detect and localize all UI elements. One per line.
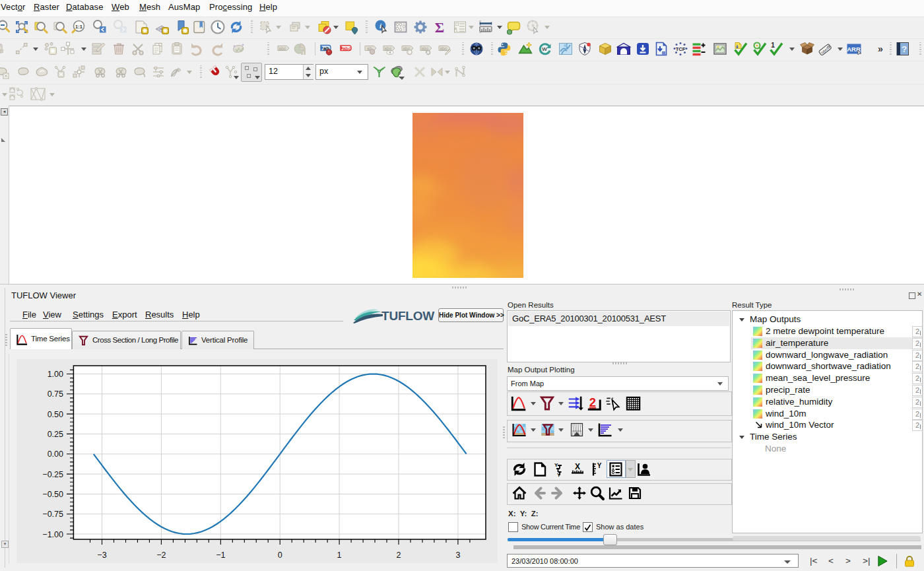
svg-text:0.25: 0.25 bbox=[48, 430, 63, 439]
svg-text:−0.75: −0.75 bbox=[42, 510, 63, 519]
svg-text:−1: −1 bbox=[216, 551, 225, 560]
svg-text:1: 1 bbox=[771, 42, 775, 49]
svg-text:Y: Y bbox=[597, 462, 602, 469]
svg-text:−3: −3 bbox=[97, 551, 106, 560]
svg-text:−0.25: −0.25 bbox=[42, 470, 63, 479]
svg-text:0.00: 0.00 bbox=[48, 450, 63, 459]
svg-text:»: » bbox=[878, 44, 883, 54]
svg-text:Σ: Σ bbox=[435, 19, 444, 35]
svg-text:abc: abc bbox=[440, 46, 447, 51]
svg-text:0.75: 0.75 bbox=[48, 389, 63, 399]
svg-text:TUFLOW: TUFLOW bbox=[381, 309, 434, 323]
svg-text:2: 2 bbox=[397, 551, 401, 560]
svg-text:abc: abc bbox=[343, 46, 350, 51]
svg-text:0: 0 bbox=[278, 551, 282, 560]
svg-text:0.50: 0.50 bbox=[48, 410, 63, 419]
svg-text:−0.50: −0.50 bbox=[42, 490, 63, 499]
svg-text:2: 2 bbox=[589, 395, 596, 409]
svg-text:Y: Y bbox=[557, 472, 561, 477]
svg-text:−1.00: −1.00 bbox=[42, 530, 63, 539]
svg-text:X: X bbox=[575, 462, 580, 471]
svg-text:1: 1 bbox=[337, 551, 342, 560]
svg-text:abc: abc bbox=[421, 46, 429, 51]
svg-text:abc: abc bbox=[279, 46, 286, 51]
svg-text:?: ? bbox=[902, 44, 907, 54]
svg-text:1:1: 1:1 bbox=[75, 24, 82, 30]
svg-text:3: 3 bbox=[455, 551, 460, 560]
svg-text:W: W bbox=[542, 46, 547, 52]
svg-text:1.00: 1.00 bbox=[48, 370, 63, 379]
svg-text:abc: abc bbox=[384, 46, 392, 51]
svg-text:−2: −2 bbox=[156, 551, 166, 560]
svg-text:TCF: TCF bbox=[676, 46, 686, 52]
